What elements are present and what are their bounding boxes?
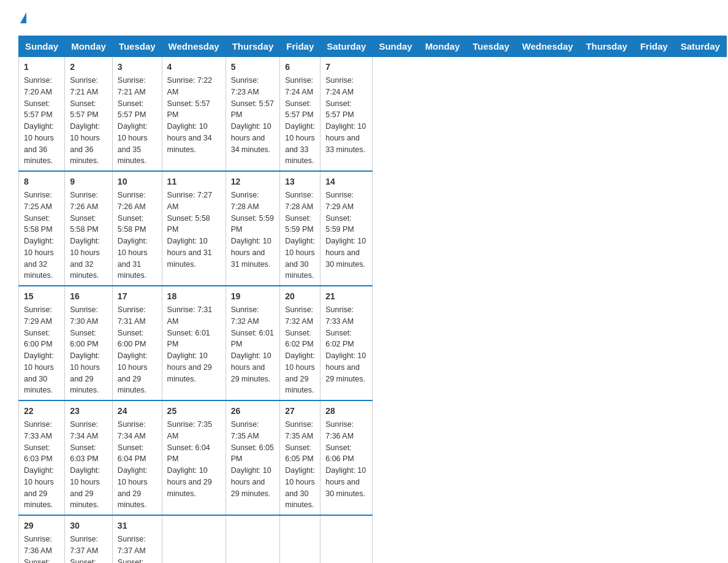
daylight-label: Daylight: 10 hours and 30 minutes. xyxy=(325,237,366,269)
sunrise-label: Sunrise: 7:36 AM xyxy=(24,535,52,555)
calendar-cell: 8Sunrise: 7:25 AMSunset: 5:58 PMDaylight… xyxy=(19,171,65,286)
col-header-sunday: Sunday xyxy=(19,36,65,57)
sunrise-label: Sunrise: 7:30 AM xyxy=(70,305,98,326)
week-row-3: 15Sunrise: 7:29 AMSunset: 6:00 PMDayligh… xyxy=(19,286,727,400)
calendar-cell xyxy=(162,515,226,563)
calendar-cell: 16Sunrise: 7:30 AMSunset: 6:00 PMDayligh… xyxy=(65,286,113,400)
sunrise-label: Sunrise: 7:31 AM xyxy=(118,305,146,326)
calendar-cell: 15Sunrise: 7:29 AMSunset: 6:00 PMDayligh… xyxy=(19,286,65,400)
calendar-cell xyxy=(320,515,373,563)
calendar-cell: 6Sunrise: 7:24 AMSunset: 5:57 PMDaylight… xyxy=(280,57,320,172)
daylight-label: Daylight: 10 hours and 29 minutes. xyxy=(70,351,100,394)
sunrise-label: Sunrise: 7:23 AM xyxy=(231,76,259,96)
calendar-cell: 14Sunrise: 7:29 AMSunset: 5:59 PMDayligh… xyxy=(320,171,373,286)
daylight-label: Daylight: 10 hours and 29 minutes. xyxy=(118,466,148,509)
daylight-label: Daylight: 10 hours and 29 minutes. xyxy=(24,466,54,509)
sunrise-label: Sunrise: 7:36 AM xyxy=(325,420,354,440)
day-number: 16 xyxy=(70,290,107,303)
sunset-label: Sunset: 5:57 PM xyxy=(70,99,99,120)
daylight-label: Daylight: 10 hours and 33 minutes. xyxy=(325,122,366,154)
col-header-tuesday: Tuesday xyxy=(112,36,162,57)
sunset-label: Sunset: 6:05 PM xyxy=(285,443,314,464)
daylight-label: Daylight: 10 hours and 32 minutes. xyxy=(70,237,100,280)
calendar-cell: 3Sunrise: 7:21 AMSunset: 5:57 PMDaylight… xyxy=(112,57,162,172)
calendar-cell: 30Sunrise: 7:37 AMSunset: 6:07 PMDayligh… xyxy=(65,515,113,563)
day-number: 12 xyxy=(231,175,275,188)
sunset-label: Sunset: 6:00 PM xyxy=(70,329,99,349)
sunrise-label: Sunrise: 7:28 AM xyxy=(231,191,259,211)
sunset-label: Sunset: 6:07 PM xyxy=(24,558,53,564)
calendar-cell: 5Sunrise: 7:23 AMSunset: 5:57 PMDaylight… xyxy=(226,57,280,172)
day-number: 30 xyxy=(70,519,107,532)
col-header-thursday: Thursday xyxy=(580,36,634,57)
day-number: 6 xyxy=(285,61,315,74)
sunrise-label: Sunrise: 7:37 AM xyxy=(118,535,146,555)
sunset-label: Sunset: 6:00 PM xyxy=(24,329,53,349)
day-number: 13 xyxy=(285,175,315,188)
sunset-label: Sunset: 6:01 PM xyxy=(231,329,274,349)
day-number: 19 xyxy=(231,290,275,303)
calendar-cell xyxy=(280,515,320,563)
daylight-label: Daylight: 10 hours and 32 minutes. xyxy=(24,237,54,280)
sunrise-label: Sunrise: 7:34 AM xyxy=(118,420,146,440)
sunrise-label: Sunrise: 7:26 AM xyxy=(70,191,98,211)
daylight-label: Daylight: 10 hours and 29 minutes. xyxy=(167,466,212,498)
daylight-label: Daylight: 10 hours and 29 minutes. xyxy=(118,351,148,394)
daylight-label: Daylight: 10 hours and 36 minutes. xyxy=(24,122,54,165)
week-row-1: 1Sunrise: 7:20 AMSunset: 5:57 PMDaylight… xyxy=(19,57,727,172)
col-header-monday: Monday xyxy=(419,36,466,57)
day-number: 7 xyxy=(325,61,367,74)
sunrise-label: Sunrise: 7:37 AM xyxy=(70,535,98,555)
sunset-label: Sunset: 5:58 PM xyxy=(24,214,53,234)
col-header-thursday: Thursday xyxy=(226,36,280,57)
sunset-label: Sunset: 6:03 PM xyxy=(24,443,53,464)
daylight-label: Daylight: 10 hours and 29 minutes. xyxy=(231,466,271,498)
day-number: 4 xyxy=(167,61,221,74)
day-number: 31 xyxy=(118,519,157,532)
sunset-label: Sunset: 6:02 PM xyxy=(285,329,314,349)
calendar-cell: 11Sunrise: 7:27 AMSunset: 5:58 PMDayligh… xyxy=(162,171,226,286)
daylight-label: Daylight: 10 hours and 33 minutes. xyxy=(285,122,315,165)
calendar-cell: 25Sunrise: 7:35 AMSunset: 6:04 PMDayligh… xyxy=(162,400,226,515)
sunset-label: Sunset: 5:57 PM xyxy=(325,99,354,120)
sunrise-label: Sunrise: 7:28 AM xyxy=(285,191,313,211)
daylight-label: Daylight: 10 hours and 35 minutes. xyxy=(118,122,148,165)
calendar-cell: 23Sunrise: 7:34 AMSunset: 6:03 PMDayligh… xyxy=(65,400,113,515)
col-header-wednesday: Wednesday xyxy=(162,36,226,57)
daylight-label: Daylight: 10 hours and 29 minutes. xyxy=(231,351,271,383)
calendar-cell: 21Sunrise: 7:33 AMSunset: 6:02 PMDayligh… xyxy=(320,286,373,400)
col-header-sunday: Sunday xyxy=(373,36,419,57)
day-number: 2 xyxy=(70,61,107,74)
calendar-cell: 24Sunrise: 7:34 AMSunset: 6:04 PMDayligh… xyxy=(112,400,162,515)
day-number: 26 xyxy=(231,405,275,418)
sunset-label: Sunset: 6:02 PM xyxy=(325,329,354,349)
calendar-cell: 31Sunrise: 7:37 AMSunset: 6:08 PMDayligh… xyxy=(112,515,162,563)
day-number: 1 xyxy=(24,61,59,74)
sunrise-label: Sunrise: 7:24 AM xyxy=(285,76,313,96)
sunrise-label: Sunrise: 7:27 AM xyxy=(167,191,213,211)
sunrise-label: Sunrise: 7:24 AM xyxy=(325,76,354,96)
daylight-label: Daylight: 10 hours and 34 minutes. xyxy=(167,122,212,154)
daylight-label: Daylight: 10 hours and 29 minutes. xyxy=(325,351,366,383)
calendar-cell: 17Sunrise: 7:31 AMSunset: 6:00 PMDayligh… xyxy=(112,286,162,400)
col-header-monday: Monday xyxy=(65,36,113,57)
sunrise-label: Sunrise: 7:21 AM xyxy=(70,76,98,96)
sunrise-label: Sunrise: 7:20 AM xyxy=(24,76,52,96)
daylight-label: Daylight: 10 hours and 36 minutes. xyxy=(70,122,100,165)
day-number: 5 xyxy=(231,61,275,74)
sunset-label: Sunset: 6:07 PM xyxy=(70,558,99,564)
daylight-label: Daylight: 10 hours and 30 minutes. xyxy=(285,466,315,509)
calendar-cell: 27Sunrise: 7:35 AMSunset: 6:05 PMDayligh… xyxy=(280,400,320,515)
day-number: 15 xyxy=(24,290,59,303)
daylight-label: Daylight: 10 hours and 29 minutes. xyxy=(285,351,315,394)
calendar-cell: 9Sunrise: 7:26 AMSunset: 5:58 PMDaylight… xyxy=(65,171,113,286)
calendar-cell: 28Sunrise: 7:36 AMSunset: 6:06 PMDayligh… xyxy=(320,400,373,515)
sunset-label: Sunset: 5:58 PM xyxy=(167,214,210,234)
sunset-label: Sunset: 5:59 PM xyxy=(231,214,274,234)
day-number: 23 xyxy=(70,405,107,418)
sunset-label: Sunset: 6:01 PM xyxy=(167,329,210,349)
calendar-cell: 2Sunrise: 7:21 AMSunset: 5:57 PMDaylight… xyxy=(65,57,113,172)
sunrise-label: Sunrise: 7:26 AM xyxy=(118,191,146,211)
day-number: 11 xyxy=(167,175,221,188)
sunset-label: Sunset: 5:58 PM xyxy=(118,214,146,234)
